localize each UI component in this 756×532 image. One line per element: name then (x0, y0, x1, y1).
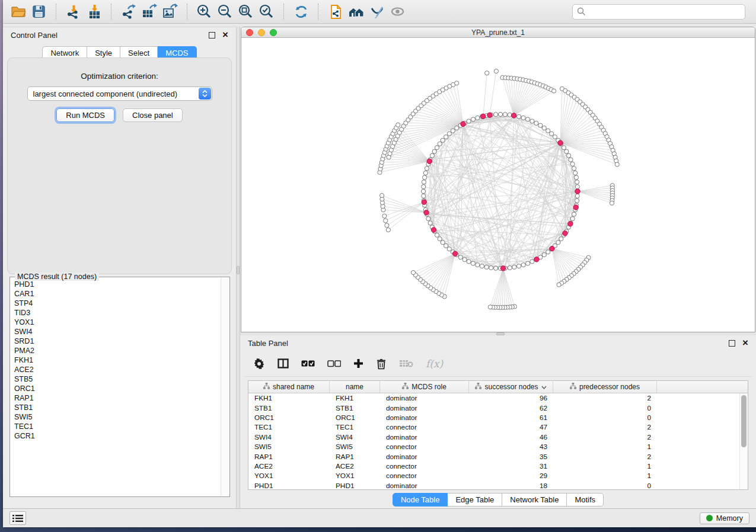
network-leaf-node[interactable] (557, 283, 561, 287)
network-leaf-node[interactable] (386, 228, 390, 232)
network-node[interactable] (447, 247, 451, 251)
memory-button[interactable]: Memory (700, 512, 749, 524)
network-node[interactable] (447, 132, 451, 136)
refresh-icon[interactable] (292, 2, 310, 21)
network-leaf-node[interactable] (380, 193, 384, 197)
table-scrollbar[interactable] (739, 393, 748, 489)
mcds-result-scrollbar[interactable] (221, 278, 229, 496)
table-scrollbar-thumb[interactable] (741, 395, 747, 447)
mcds-result-item[interactable]: CAR1 (11, 289, 221, 299)
cell-mcds-role[interactable]: dominator (380, 453, 469, 461)
network-node[interactable] (476, 263, 480, 267)
table-row[interactable]: ACE2ACE2connector311 (248, 462, 748, 471)
network-node[interactable] (512, 265, 516, 269)
search-box[interactable] (572, 4, 745, 20)
network-node[interactable] (575, 194, 579, 198)
network-node[interactable] (494, 266, 498, 270)
network-node[interactable] (444, 243, 448, 248)
mcds-hub-node[interactable] (422, 200, 426, 204)
cell-name[interactable]: PHD1 (330, 482, 380, 490)
network-node[interactable] (521, 263, 525, 267)
network-node[interactable] (441, 138, 445, 142)
cell-name[interactable]: FKH1 (330, 394, 380, 402)
table-row[interactable]: TEC1TEC1connector472 (248, 422, 748, 432)
cell-predecessor-nodes[interactable]: 1 (553, 462, 657, 470)
export-network-icon[interactable] (119, 2, 138, 21)
mcds-hub-node[interactable] (500, 266, 505, 271)
network-node[interactable] (458, 255, 462, 259)
network-node[interactable] (517, 264, 521, 268)
cell-shared-name[interactable]: RAP1 (248, 453, 330, 461)
search-input[interactable] (589, 7, 741, 16)
table-row[interactable]: SWI5SWI5connector431 (248, 442, 748, 451)
vertical-splitter[interactable] (236, 27, 240, 508)
zoom-in-icon[interactable] (195, 2, 213, 21)
open-file-icon[interactable] (9, 2, 27, 21)
network-leaf-node[interactable] (382, 214, 387, 218)
cell-shared-name[interactable]: ORC1 (248, 414, 330, 422)
mcds-result-item[interactable]: PMA2 (11, 346, 221, 355)
mcds-result-item[interactable]: GCR1 (11, 431, 221, 441)
network-node[interactable] (570, 162, 575, 166)
select-all-icon[interactable] (301, 360, 315, 367)
cell-shared-name[interactable]: ACE2 (248, 462, 330, 470)
mcds-hub-node[interactable] (573, 205, 578, 210)
network-node[interactable] (503, 113, 507, 117)
cell-name[interactable]: STB1 (330, 404, 380, 412)
network-node[interactable] (441, 241, 445, 245)
network-node[interactable] (426, 217, 430, 221)
network-node[interactable] (422, 180, 426, 184)
cell-name[interactable]: RAP1 (330, 453, 380, 461)
network-node[interactable] (428, 221, 432, 225)
cell-mcds-role[interactable]: dominator (380, 414, 469, 422)
network-leaf-node[interactable] (385, 223, 389, 227)
network-node[interactable] (521, 116, 525, 120)
network-node[interactable] (550, 132, 554, 136)
mcds-hub-node[interactable] (511, 113, 516, 118)
cell-predecessor-nodes[interactable]: 1 (553, 472, 657, 480)
network-node[interactable] (432, 149, 436, 153)
network-node[interactable] (438, 237, 442, 241)
node-table[interactable]: shared namenameMCDS rolesuccessor nodesp… (248, 380, 748, 490)
cell-shared-name[interactable]: YOX1 (248, 472, 330, 480)
table-settings-icon[interactable] (253, 358, 265, 370)
cell-successor-nodes[interactable]: 31 (469, 462, 553, 470)
cell-mcds-role[interactable]: dominator (380, 404, 469, 412)
network-node[interactable] (517, 114, 521, 118)
mcds-hub-node[interactable] (563, 231, 567, 236)
network-node[interactable] (564, 149, 569, 153)
network-node[interactable] (423, 171, 428, 175)
network-node[interactable] (567, 153, 571, 158)
network-node[interactable] (553, 135, 557, 139)
tab-edge-table[interactable]: Edge Table (448, 493, 502, 507)
float-panel-icon[interactable] (209, 32, 215, 39)
network-leaf-node[interactable] (455, 81, 459, 85)
network-node[interactable] (467, 259, 471, 264)
network-node[interactable] (425, 166, 429, 171)
run-mcds-button[interactable]: Run MCDS (56, 108, 114, 122)
table-row[interactable]: SWI4SWI4dominator462 (248, 432, 748, 442)
cell-mcds-role[interactable]: dominator (380, 482, 469, 490)
network-node[interactable] (489, 266, 493, 270)
column-header-mcds-role[interactable]: MCDS role (380, 381, 469, 393)
cell-mcds-role[interactable]: dominator (380, 433, 469, 441)
network-node[interactable] (455, 126, 459, 130)
cell-predecessor-nodes[interactable]: 2 (553, 453, 657, 461)
minimize-window-icon[interactable] (258, 29, 265, 36)
export-image-icon[interactable] (161, 2, 179, 21)
mcds-hub-node[interactable] (427, 159, 432, 164)
network-node[interactable] (435, 146, 439, 150)
cell-predecessor-nodes[interactable]: 0 (553, 482, 657, 490)
save-session-icon[interactable] (30, 2, 48, 21)
cell-mcds-role[interactable]: connector (380, 472, 469, 480)
cell-successor-nodes[interactable]: 96 (469, 394, 553, 402)
zoom-fit-icon[interactable] (237, 2, 255, 21)
mcds-result-item[interactable]: PHD1 (11, 280, 221, 289)
network-node[interactable] (575, 198, 579, 203)
cell-successor-nodes[interactable]: 18 (469, 482, 553, 490)
network-node[interactable] (575, 185, 579, 189)
tab-node-table[interactable]: Node Table (393, 493, 448, 507)
network-node[interactable] (430, 153, 434, 158)
cell-mcds-role[interactable]: connector (380, 443, 469, 451)
mcds-result-item[interactable]: TEC1 (11, 422, 221, 431)
